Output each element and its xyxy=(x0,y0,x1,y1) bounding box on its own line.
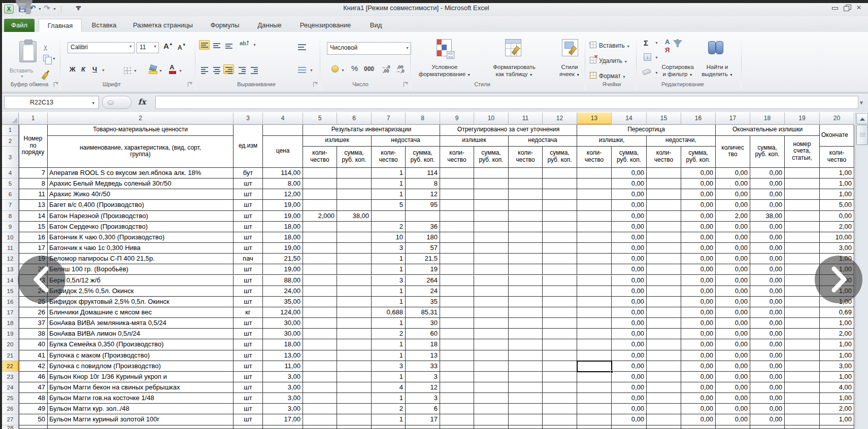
cell[interactable] xyxy=(543,425,577,429)
cell[interactable]: 24 xyxy=(406,286,440,297)
cell[interactable] xyxy=(785,372,820,382)
cell[interactable] xyxy=(474,307,509,318)
cell[interactable] xyxy=(647,372,681,382)
window-restore-button[interactable] xyxy=(843,4,852,11)
cell[interactable]: 0,00 xyxy=(681,200,716,210)
font-name-select[interactable]: Calibri▼ xyxy=(68,42,135,53)
cell[interactable] xyxy=(543,254,577,264)
font-color-icon[interactable]: А xyxy=(170,63,174,71)
header-cell[interactable]: цена xyxy=(263,136,303,168)
cell[interactable]: 8,00 xyxy=(263,178,303,189)
cell[interactable] xyxy=(19,425,48,429)
cell[interactable] xyxy=(303,404,337,414)
cell[interactable] xyxy=(647,350,681,361)
cell[interactable] xyxy=(577,200,612,210)
borders-icon[interactable] xyxy=(124,67,131,74)
row-header-16[interactable]: 16 xyxy=(2,297,19,307)
col-header-3[interactable]: 3 xyxy=(233,113,263,125)
cell[interactable]: 19,00 xyxy=(263,200,303,210)
cell[interactable]: Бульон Магги гов.на косточке 1/48 xyxy=(48,393,233,404)
cell[interactable]: 0,00 xyxy=(612,189,647,200)
cell[interactable] xyxy=(785,339,820,350)
cell[interactable]: Батон Нарезной (Производство) xyxy=(48,211,233,222)
header-cell[interactable]: Окончате xyxy=(820,125,854,147)
cell[interactable] xyxy=(406,211,440,222)
cell[interactable]: 0,00 xyxy=(681,372,716,382)
cell[interactable] xyxy=(543,243,577,254)
cell[interactable] xyxy=(543,189,577,200)
cell[interactable] xyxy=(612,425,647,429)
formula-input[interactable] xyxy=(155,96,858,109)
cell[interactable]: 0,00 xyxy=(820,211,854,222)
cell[interactable]: 30,00 xyxy=(263,329,303,339)
col-header-17[interactable]: 17 xyxy=(716,113,750,125)
cell[interactable]: 1 xyxy=(372,350,406,361)
header-cell[interactable]: коли-чество xyxy=(303,147,337,168)
cell[interactable]: бут xyxy=(233,168,263,178)
cell[interactable] xyxy=(577,382,612,393)
cell[interactable]: шт xyxy=(233,382,263,393)
cell[interactable] xyxy=(577,329,612,339)
cell[interactable]: 1 xyxy=(372,297,406,307)
font-color-dropdown[interactable]: ▼ xyxy=(179,69,182,73)
cell[interactable]: 1 xyxy=(372,318,406,329)
cell[interactable]: шт xyxy=(233,275,263,286)
merge-center-icon[interactable] xyxy=(297,65,308,75)
cell[interactable]: 0,00 xyxy=(750,339,785,350)
cell[interactable]: 0,00 xyxy=(612,329,647,339)
cell[interactable] xyxy=(440,372,474,382)
col-header-6[interactable]: 6 xyxy=(337,113,372,125)
cell[interactable] xyxy=(474,350,509,361)
cell[interactable] xyxy=(785,168,820,178)
cell[interactable]: 0,00 xyxy=(612,372,647,382)
cell[interactable] xyxy=(647,222,681,232)
cell[interactable]: 46 xyxy=(19,372,48,382)
row-header-8[interactable]: 8 xyxy=(2,211,19,222)
cell[interactable]: 5 xyxy=(372,200,406,210)
tab-review[interactable]: Рецензирование xyxy=(293,19,357,32)
cell[interactable] xyxy=(474,425,509,429)
cell[interactable]: 0,00 xyxy=(716,297,750,307)
col-header-2[interactable]: 2 xyxy=(48,113,233,125)
cell[interactable]: 0,00 xyxy=(750,318,785,329)
cell[interactable]: 1,00 xyxy=(820,318,854,329)
cell[interactable] xyxy=(337,168,372,178)
cell[interactable]: 0,00 xyxy=(612,382,647,393)
cell[interactable] xyxy=(647,243,681,254)
cell[interactable]: 1 xyxy=(372,286,406,297)
cell[interactable]: 0,00 xyxy=(716,200,750,210)
sort-filter-icon[interactable]: АЯ xyxy=(665,38,683,56)
cell[interactable]: 264 xyxy=(406,275,440,286)
cell[interactable]: 0,00 xyxy=(681,178,716,189)
cell[interactable] xyxy=(577,264,612,275)
cell[interactable] xyxy=(577,254,612,264)
cell[interactable]: 18,00 xyxy=(263,222,303,232)
header-cell[interactable] xyxy=(263,125,303,136)
cell[interactable] xyxy=(543,232,577,243)
cell[interactable]: 1 xyxy=(372,372,406,382)
cell[interactable] xyxy=(785,382,820,393)
cell[interactable] xyxy=(509,361,543,372)
cell[interactable]: Беломор папиросы С-П 400 21,5р. xyxy=(48,254,233,264)
sort-filter-button[interactable]: Сортировкаи фильтр ▼ xyxy=(657,63,698,79)
col-header-4[interactable]: 4 xyxy=(263,113,303,125)
row-header-26[interactable]: 26 xyxy=(2,404,19,414)
cell[interactable]: 48 xyxy=(19,393,48,404)
cell[interactable]: 47 xyxy=(19,382,48,393)
cell[interactable] xyxy=(474,339,509,350)
cell[interactable]: 12 xyxy=(406,189,440,200)
col-header-9[interactable]: 9 xyxy=(440,113,474,125)
cell[interactable] xyxy=(474,178,509,189)
cell[interactable] xyxy=(440,168,474,178)
col-header-11[interactable]: 11 xyxy=(509,113,543,125)
cell[interactable] xyxy=(543,372,577,382)
bold-button[interactable]: Ж xyxy=(70,65,76,73)
grow-font-icon[interactable]: А▲ xyxy=(163,42,173,50)
cell[interactable]: Булочка с маком (Производство) xyxy=(48,350,233,361)
cell[interactable]: 0,00 xyxy=(750,168,785,178)
cell[interactable]: шт xyxy=(233,414,263,425)
cell[interactable]: 19 xyxy=(406,264,440,275)
conditional-formatting-icon[interactable]: <==> xyxy=(437,39,452,56)
cell[interactable]: 0,00 xyxy=(681,307,716,318)
col-header-14[interactable]: 14 xyxy=(612,113,647,125)
